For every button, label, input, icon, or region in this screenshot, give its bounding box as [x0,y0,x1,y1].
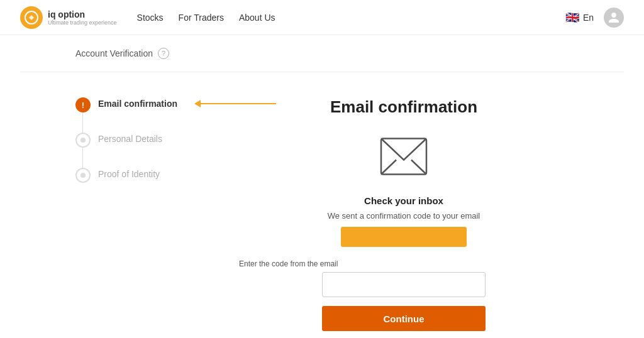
page-title: Email confirmation [330,97,477,117]
arrow-line [201,103,276,104]
arrow-head [194,100,201,107]
logo-subtitle: Ultimate trading experience [48,19,117,26]
step-dot-email [75,97,91,112]
language-label: En [583,13,594,23]
header: iq option Ultimate trading experience St… [0,0,644,35]
logo-text: iq option Ultimate trading experience [48,9,117,26]
orange-arrow [195,100,276,107]
language-selector[interactable]: 🇬🇧 En [565,11,594,25]
user-avatar[interactable] [604,8,624,28]
step-dot-personal [75,133,91,148]
continue-button[interactable]: Continue [322,306,486,331]
flag-icon: 🇬🇧 [565,11,579,25]
nav-about[interactable]: About Us [239,13,275,23]
code-label: Enter the code from the email [239,259,402,268]
main-content: Email confirmation Personal Details Proo… [0,72,644,338]
check-inbox-label: Check your inbox [364,195,443,206]
step-dot-identity [75,168,91,183]
steps-sidebar: Email confirmation Personal Details Proo… [75,92,189,338]
nav-traders[interactable]: For Traders [179,13,224,23]
main-nav: Stocks For Traders About Us [137,13,275,23]
code-input[interactable] [322,272,486,297]
dot-inner-identity [80,173,86,178]
nav-stocks[interactable]: Stocks [137,13,164,23]
step-label-personal: Personal Details [98,133,162,144]
step-item-identity[interactable]: Proof of Identity [75,168,189,183]
email-masked-bar [341,227,467,247]
sent-text: We sent a confirmation code to your emai… [328,211,480,221]
dot-inner-personal [80,138,86,143]
step-item-personal[interactable]: Personal Details [75,133,189,168]
header-left: iq option Ultimate trading experience St… [20,6,275,29]
breadcrumb: Account Verification ? [0,35,644,72]
step-label-identity: Proof of Identity [98,168,160,179]
email-envelope-icon [379,134,429,180]
logo-name: iq option [48,9,117,19]
breadcrumb-info-icon[interactable]: ? [158,48,169,59]
logo-icon [20,6,43,29]
step-label-email: Email confirmation [98,97,177,109]
header-right: 🇬🇧 En [565,8,624,28]
right-content: Email confirmation Check your inbox We s… [239,92,569,338]
step-item-email[interactable]: Email confirmation [75,97,189,133]
logo[interactable]: iq option Ultimate trading experience [20,6,117,29]
breadcrumb-title: Account Verification [75,48,153,58]
